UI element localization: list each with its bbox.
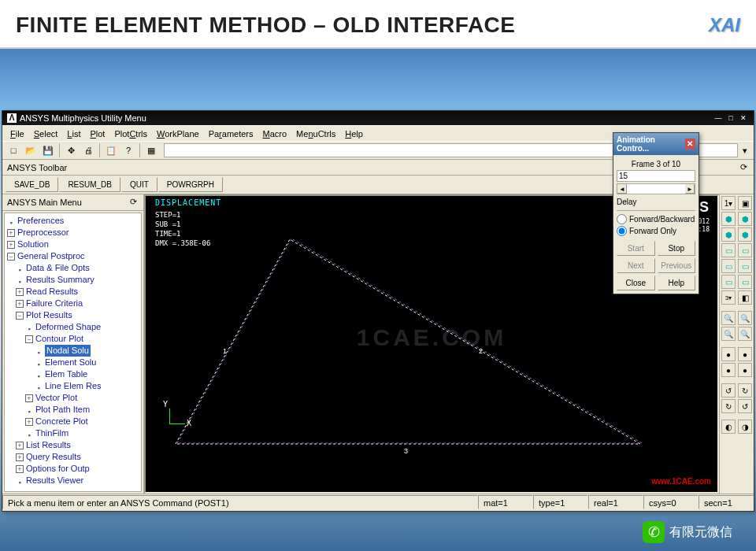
bullet-icon[interactable]: ▪ [7,217,15,225]
menu-workplane[interactable]: WorkPlane [152,128,204,140]
open-button[interactable]: 📂 [23,142,39,158]
expand-icon[interactable] [16,442,24,449]
menu-plot[interactable]: Plot [85,128,109,140]
left-view-icon[interactable]: ⬢ [738,227,752,242]
zoom-in-icon[interactable]: 🔍 [721,311,736,325]
delay-slider[interactable]: ◄ ► [617,183,695,194]
dropdown-arrow[interactable]: ▾ [739,142,750,158]
image-button[interactable]: ▦ [143,142,159,158]
zoom-win-icon[interactable]: 🔍 [738,311,752,325]
zoom-back-icon[interactable]: 🔍 [738,327,752,341]
expand-icon[interactable] [7,229,15,237]
tree-item[interactable]: Vector Plot [6,392,139,404]
help-button[interactable]: ? [120,142,136,158]
menu-list[interactable]: List [62,128,85,140]
expand-icon[interactable] [25,394,33,402]
bullet-icon[interactable]: ▪ [35,347,43,355]
tree-item[interactable]: Read Results [6,286,139,298]
menu-parameters[interactable]: Parameters [204,128,258,140]
tree-item-label[interactable]: Failure Criteria [26,298,83,309]
rotate-z-neg-icon[interactable]: ↺ [721,383,736,398]
radio-forward-only[interactable]: Forward Only [617,225,695,237]
dynamic-icon[interactable]: ◐ [721,420,736,434]
tree-item[interactable]: ▪Elem Table [6,368,139,380]
right-view-icon[interactable]: ⬢ [738,212,752,226]
tree-item-label[interactable]: Plot Results [26,309,72,321]
tree-item[interactable]: ▪Deformed Shape [6,321,139,333]
bullet-icon[interactable]: ▪ [35,371,43,379]
tree-item-label[interactable]: Deformed Shape [35,321,101,333]
wp-view-icon[interactable]: ▭ [738,275,752,289]
fit-view-icon[interactable]: ▣ [738,196,752,210]
stop-button[interactable]: Stop [658,241,696,256]
menu-select[interactable]: Select [29,128,63,140]
tree-item[interactable]: Query Results [6,451,139,463]
tree-item-label[interactable]: Read Results [26,286,78,298]
tree-item[interactable]: ▪Nodal Solu [6,345,139,357]
tree-item[interactable]: ▪Data & File Opts [6,262,139,274]
expand-icon[interactable] [16,453,24,461]
start-button[interactable]: Start [617,241,655,256]
tree-item[interactable]: ▪Element Solu [6,357,139,368]
menu-file[interactable]: File [6,128,29,140]
pan-button[interactable]: ✥ [63,142,79,158]
tree-item-label[interactable]: ThinFilm [35,427,69,439]
tree-item-label[interactable]: Solution [17,239,49,250]
tree-item-label[interactable]: Preprocessor [17,227,69,239]
print-button[interactable]: 🖨 [80,142,96,158]
dialog-close-button[interactable]: ✕ [685,139,695,150]
tree-item-label[interactable]: Line Elem Res [45,380,102,392]
tree-item[interactable]: Plot Results [6,309,139,321]
radio-forward-backward[interactable]: Forward/Backward [617,213,695,225]
oblique-view-icon[interactable]: ⬢ [721,227,736,242]
bullet-icon[interactable]: ▪ [25,430,33,438]
rotate-x-icon[interactable]: ↻ [738,383,752,398]
tree-item-label[interactable]: Nodal Solu [45,345,91,357]
rotate-z-pos-icon[interactable]: ↻ [721,399,736,413]
refresh-icon[interactable]: ⟳ [738,162,749,173]
tree-item[interactable]: Solution [6,239,139,250]
rotate-y-icon[interactable]: ↺ [738,399,752,413]
side-view-icon[interactable]: ▭ [738,259,752,273]
menu-menuctrls[interactable]: MenuCtrls [291,128,340,140]
report-button[interactable]: 📋 [103,142,119,158]
tree-item[interactable]: ▪Plot Path Item [6,404,139,416]
tree-item[interactable]: ▪Line Elem Res [6,380,139,392]
bullet-icon[interactable]: ▪ [25,324,33,331]
close-button[interactable]: ✕ [738,113,749,123]
previous-button[interactable]: Previous [658,258,696,273]
tree-item-label[interactable]: List Results [26,439,71,451]
expand-icon[interactable] [16,300,24,308]
expand-icon[interactable] [16,465,24,473]
slider-right-icon[interactable]: ► [685,184,695,194]
tree-item[interactable]: Concrete Plot [6,416,139,427]
expand-icon[interactable] [25,418,33,426]
menu-macro[interactable]: Macro [258,128,292,140]
save-db-button[interactable]: SAVE_DB [6,177,58,192]
tree-item[interactable]: ▪Results Viewer [6,475,139,486]
window-select[interactable]: 1▾ [721,196,736,210]
slider-left-icon[interactable]: ◄ [617,184,627,194]
collapse-icon[interactable] [16,312,24,320]
minimize-button[interactable]: — [713,113,724,123]
tree-item[interactable]: ▪Preferences [6,215,139,227]
tree-item[interactable]: ▪Results Summary [6,274,139,286]
tree-item[interactable]: Failure Criteria [6,298,139,309]
pan-left-icon[interactable]: ● [738,347,752,361]
tree-item[interactable]: ▪ThinFilm [6,427,139,439]
tree-item-label[interactable]: Plot Path Item [35,404,90,416]
powrgrph-button[interactable]: POWRGRPH [158,177,223,192]
quit-button[interactable]: QUIT [121,177,158,192]
collapse-icon[interactable] [25,335,33,343]
tree-item-label[interactable]: Data & File Opts [26,262,90,274]
menu-help[interactable]: Help [340,128,368,140]
pan-down-icon[interactable]: ● [721,363,736,377]
top-view-icon[interactable]: ▭ [721,275,736,289]
tree-item[interactable]: Options for Outp [6,463,139,475]
front-view-icon[interactable]: ▭ [721,243,736,257]
tree-item-label[interactable]: Results Summary [26,274,94,286]
bullet-icon[interactable]: ▪ [35,383,43,390]
delay-input[interactable] [617,170,695,182]
collapse-icon[interactable] [7,253,15,261]
tree-item[interactable]: List Results [6,439,139,451]
